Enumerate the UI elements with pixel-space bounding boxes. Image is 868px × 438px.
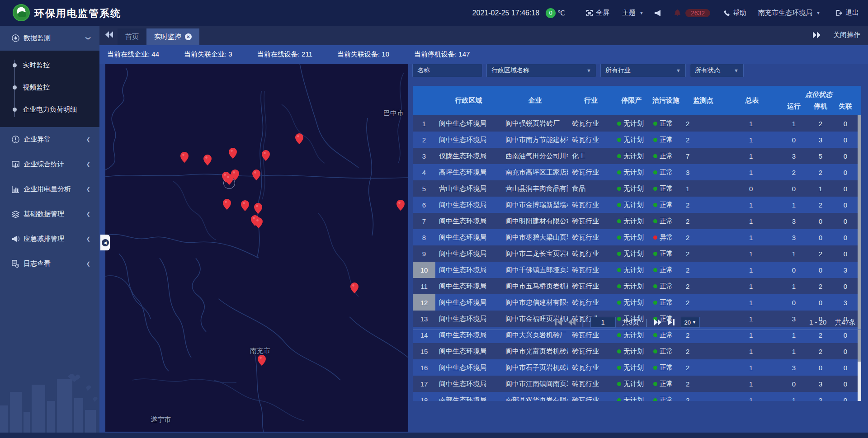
cell-industry: 砖瓦行业 [568, 245, 613, 262]
row-number: 7 [413, 213, 435, 229]
cell-company: 阆中市二龙长宝页岩砖 [502, 245, 568, 262]
table-row-6[interactable]: 6阆中生态环境局阆中市金博瑞新型墙材砖瓦行业无计划正常21120 [413, 197, 858, 213]
notifications[interactable]: 2632 [674, 9, 710, 17]
sidebar-subitem-视频监控[interactable]: 视频监控 [0, 76, 99, 99]
next-page-button[interactable] [654, 319, 661, 325]
status-dot [653, 366, 657, 370]
table-scrollbar[interactable] [858, 115, 861, 401]
row-number: 18 [413, 392, 435, 401]
column-header-治污设施: 治污设施 [650, 86, 682, 115]
logout-button[interactable]: 退出 [836, 9, 859, 17]
sidebar-item-2[interactable]: 企业异常❮ [0, 127, 99, 152]
table-row-18[interactable]: 18南部生态环境局南部县双华页岩有限公砖瓦行业无计划正常21120 [413, 392, 858, 401]
cell-run: 2 [780, 164, 808, 180]
prev-page-button[interactable] [568, 319, 576, 325]
table-row-15[interactable]: 15阆中生态环境局阆中市光富页岩机砖厂砖瓦行业无计划正常21120 [413, 343, 858, 359]
status-dot [617, 333, 621, 337]
column-subheader-停机: 停机 [808, 100, 833, 115]
table-row-16[interactable]: 16阆中生态环境局阆中市石子页岩机砖厂砖瓦行业无计划正常21300 [413, 359, 858, 376]
last-page-button[interactable] [668, 319, 675, 325]
cell-device-status: 正常 [650, 213, 682, 229]
table-row-2[interactable]: 2阆中生态环境局阆中市南方节能建材有砖瓦行业无计划正常21030 [413, 132, 858, 148]
status-dot [617, 219, 621, 223]
cell-meters: 1 [724, 376, 780, 392]
map-pin[interactable] [295, 133, 303, 144]
tabs-scroll-left-button[interactable] [105, 31, 113, 38]
sidebar-subitem-实时监控[interactable]: 实时监控 [0, 54, 99, 76]
map-pin[interactable] [255, 217, 263, 228]
cell-region: 南部生态环境局 [435, 392, 502, 401]
cell-stop-status: 无计划 [613, 359, 650, 376]
name-filter-input[interactable]: 名称 [412, 64, 482, 77]
close-operations-button[interactable]: 关闭操作 [833, 31, 860, 39]
theme-dropdown[interactable]: 主题▼ [622, 9, 644, 17]
status-dot [653, 138, 657, 142]
filter-select-3[interactable]: 所有状态▼ [690, 64, 744, 77]
tab-实时监控[interactable]: 实时监控✕ [146, 28, 199, 45]
sidebar-item-7[interactable]: 日志查看❮ [0, 251, 99, 276]
map-pin[interactable] [180, 152, 189, 163]
sidebar-item-6[interactable]: 应急减排管理❮ [0, 226, 99, 251]
table-row-7[interactable]: 7阆中生态环境局阆中明阳建材有限公司砖瓦行业无计划正常21300 [413, 213, 858, 229]
cell-lost: 0 [833, 343, 858, 359]
row-number: 2 [413, 132, 435, 148]
table-row-4[interactable]: 4高坪生态环境局南充市高坪区王家店建砖瓦行业无计划正常31220 [413, 164, 858, 180]
table-row-8[interactable]: 8阆中生态环境局阆中市枣碧大梁山页岩砖瓦行业无计划异常21300 [413, 229, 858, 245]
map-pin[interactable] [262, 150, 270, 161]
map-roads [105, 64, 408, 432]
cell-run: 0 [780, 294, 808, 311]
sidebar-collapse-button[interactable]: ◀ [100, 235, 110, 250]
sidebar-item-label: 企业综合统计 [24, 160, 64, 169]
first-page-button[interactable] [555, 319, 562, 325]
map-pin[interactable] [241, 200, 249, 211]
cell-halt: 0 [808, 359, 833, 376]
org-dropdown[interactable]: 南充市生态环境局▼ [758, 9, 821, 17]
bullet-icon [13, 63, 17, 67]
filter-select-2[interactable]: 所有行业▼ [600, 64, 686, 77]
map-pin[interactable] [223, 199, 231, 210]
filter-select-1[interactable]: 行政区域名称▼ [486, 64, 596, 77]
log-icon [11, 260, 19, 268]
map-pin[interactable] [254, 203, 262, 214]
page-size-select[interactable]: 20▼ [681, 317, 700, 328]
tabs-scroll-right-button[interactable] [813, 32, 821, 38]
cell-run: 1 [780, 115, 808, 132]
cell-device-status: 正常 [650, 294, 682, 311]
map-pin[interactable] [258, 355, 266, 366]
fullscreen-button[interactable]: 全屏 [586, 9, 609, 17]
tab-首页[interactable]: 首页 [118, 28, 146, 45]
sidebar-item-4[interactable]: 企业用电量分析❮ [0, 177, 99, 202]
map-pin[interactable] [350, 283, 359, 293]
table-row-10[interactable]: 10阆中生态环境局阆中千佛镇五郎垭页岩砖瓦行业无计划正常21003 [413, 262, 858, 278]
cell-stop-status: 无计划 [613, 294, 650, 311]
table-row-1[interactable]: 1阆中生态环境局阆中强锐页岩砖厂砖瓦行业无计划正常21120 [413, 115, 858, 132]
sidebar-item-1[interactable]: 数据监测❯ [0, 26, 99, 51]
map-pin[interactable] [252, 170, 260, 180]
column-header-行政区域: 行政区域 [435, 86, 502, 115]
table-row-17[interactable]: 17阆中生态环境局阆中市江南镇阆南页岩砖瓦行业无计划正常21030 [413, 376, 858, 392]
cell-meters: 1 [724, 278, 780, 294]
map-pin[interactable] [229, 148, 237, 159]
map-pin[interactable] [231, 170, 239, 180]
alert-icon [11, 136, 19, 143]
sidebar-subitem-企业电力负荷明细[interactable]: 企业电力负荷明细 [0, 99, 99, 121]
mute-button[interactable] [655, 10, 660, 16]
cell-stop-status: 无计划 [613, 262, 650, 278]
page-input[interactable]: 1 [590, 317, 616, 328]
theme-label: 主题 [622, 9, 636, 17]
table-row-12[interactable]: 12阆中生态环境局阆中市忠信建材有限公砖瓦行业无计划正常21003 [413, 294, 858, 311]
map-pin[interactable] [396, 200, 405, 211]
help-button[interactable]: 帮助 [724, 9, 746, 17]
datetime: 2021-02-25 17:46:18 [472, 9, 540, 17]
phone-icon [724, 10, 730, 16]
tab-close-icon[interactable]: ✕ [185, 33, 192, 40]
table-row-5[interactable]: 5营山生态环境局营山县润丰肉食品有限食品无计划正常10010 [413, 180, 858, 197]
sidebar-item-3[interactable]: 企业综合统计❮ [0, 152, 99, 177]
table-row-3[interactable]: 3仪陇生态环境局西南油气田分公司川中化工无计划正常71350 [413, 148, 858, 164]
cell-lost: 0 [833, 376, 858, 392]
map-panel[interactable]: 巴中市南充市遂宁市 [105, 64, 408, 432]
sidebar-item-5[interactable]: 基础数据管理❮ [0, 202, 99, 226]
table-row-9[interactable]: 9阆中生态环境局阆中市二龙长宝页岩砖砖瓦行业无计划正常21120 [413, 245, 858, 262]
table-row-11[interactable]: 11阆中生态环境局阆中市五马桥页岩机砖砖瓦行业无计划正常21120 [413, 278, 858, 294]
map-pin[interactable] [203, 155, 212, 165]
